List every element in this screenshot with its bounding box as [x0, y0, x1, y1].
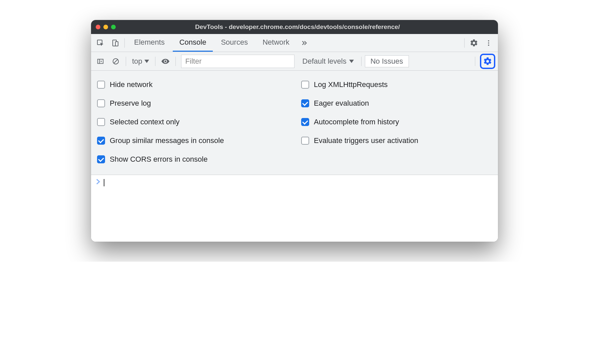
- divider: [175, 57, 176, 66]
- eager-evaluation-checkbox[interactable]: [301, 99, 309, 107]
- eager-evaluation-label[interactable]: Eager evaluation: [314, 99, 369, 108]
- preserve-log-checkbox[interactable]: [97, 99, 105, 107]
- selected-context-checkbox[interactable]: [97, 118, 105, 126]
- settings-gear-icon[interactable]: [467, 36, 481, 50]
- window-controls: [96, 25, 116, 29]
- devtools-window: DevTools - developer.chrome.com/docs/dev…: [91, 20, 498, 242]
- console-settings-gear-icon[interactable]: [480, 54, 495, 69]
- prompt-chevron-icon: [96, 178, 101, 185]
- inspect-element-icon[interactable]: [94, 36, 107, 50]
- divider: [124, 38, 125, 48]
- issues-button[interactable]: No Issues: [365, 55, 409, 67]
- log-xhr-checkbox[interactable]: [301, 81, 309, 89]
- panel-tabbar: Elements Console Sources Network: [91, 34, 498, 52]
- tab-elements[interactable]: Elements: [127, 34, 171, 52]
- svg-point-4: [488, 42, 489, 44]
- preserve-log-label[interactable]: Preserve log: [110, 99, 151, 108]
- autocomplete-history-checkbox[interactable]: [301, 118, 309, 126]
- titlebar: DevTools - developer.chrome.com/docs/dev…: [91, 20, 498, 34]
- console-prompt[interactable]: [91, 175, 498, 242]
- window-title: DevTools - developer.chrome.com/docs/dev…: [122, 23, 493, 31]
- evaluate-triggers-checkbox[interactable]: [301, 137, 309, 145]
- console-settings-panel: Hide network Log XMLHttpRequests Preserv…: [91, 71, 498, 175]
- kebab-menu-icon[interactable]: [482, 36, 495, 50]
- group-similar-checkbox[interactable]: [97, 137, 105, 145]
- tab-sources[interactable]: Sources: [214, 34, 254, 52]
- more-tabs-icon[interactable]: [298, 36, 311, 50]
- svg-point-5: [488, 44, 489, 46]
- toggle-sidebar-icon[interactable]: [94, 55, 107, 68]
- text-caret: [104, 179, 104, 186]
- maximize-window-button[interactable]: [111, 25, 116, 29]
- divider: [361, 57, 362, 66]
- close-window-button[interactable]: [96, 25, 100, 29]
- svg-line-9: [114, 59, 118, 63]
- chevron-down-icon: [349, 60, 354, 63]
- divider: [475, 57, 475, 66]
- hide-network-label[interactable]: Hide network: [110, 80, 152, 89]
- toggle-device-icon[interactable]: [108, 36, 122, 50]
- tab-network[interactable]: Network: [256, 34, 296, 52]
- log-xhr-label[interactable]: Log XMLHttpRequests: [314, 80, 388, 89]
- tab-console[interactable]: Console: [173, 34, 213, 52]
- divider: [155, 57, 155, 66]
- evaluate-triggers-label[interactable]: Evaluate triggers user activation: [314, 136, 418, 145]
- divider: [126, 57, 126, 66]
- chevron-down-icon: [144, 60, 149, 63]
- live-expression-icon[interactable]: [159, 55, 172, 68]
- filter-input[interactable]: [181, 55, 294, 68]
- autocomplete-history-label[interactable]: Autocomplete from history: [314, 118, 399, 126]
- selected-context-label[interactable]: Selected context only: [110, 118, 179, 126]
- show-cors-checkbox[interactable]: [97, 155, 105, 163]
- log-levels-selector[interactable]: Default levels: [299, 57, 358, 66]
- svg-point-3: [488, 40, 489, 41]
- clear-console-icon[interactable]: [109, 55, 122, 68]
- console-toolbar: top Default levels No Issues: [91, 52, 498, 71]
- hide-network-checkbox[interactable]: [97, 81, 105, 89]
- show-cors-label[interactable]: Show CORS errors in console: [110, 155, 207, 164]
- divider: [464, 38, 465, 48]
- svg-rect-2: [115, 42, 118, 46]
- context-selector[interactable]: top: [129, 55, 152, 67]
- svg-rect-6: [98, 59, 103, 63]
- minimize-window-button[interactable]: [103, 25, 108, 29]
- group-similar-label[interactable]: Group similar messages in console: [110, 136, 224, 145]
